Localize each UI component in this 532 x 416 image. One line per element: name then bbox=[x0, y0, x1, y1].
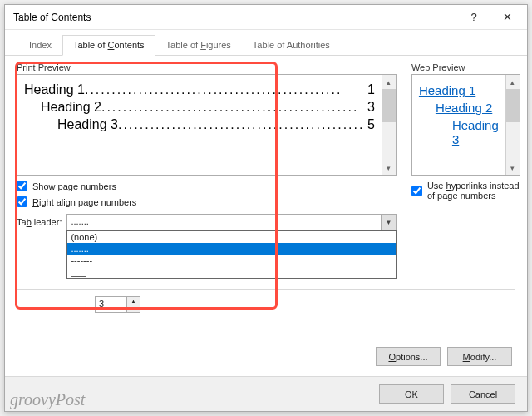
scroll-down-icon[interactable]: ▾ bbox=[382, 161, 396, 175]
tab-authorities[interactable]: Table of Authorities bbox=[242, 35, 341, 56]
web-toc-link[interactable]: Heading 3 bbox=[419, 118, 499, 146]
web-preview-column: Web Preview Heading 1 Heading 2 Heading … bbox=[411, 62, 520, 230]
tab-leader-option[interactable]: ___ bbox=[67, 266, 395, 278]
print-preview-box: Heading 1 ..............................… bbox=[17, 74, 397, 176]
toc-entry: Heading 2 ..............................… bbox=[24, 100, 375, 115]
content-area: Print Preview Heading 1 ................… bbox=[5, 56, 527, 313]
cancel-button[interactable]: Cancel bbox=[451, 384, 515, 404]
help-button[interactable]: ? bbox=[457, 6, 490, 29]
leader-dots: ........................................… bbox=[118, 117, 364, 132]
show-page-numbers-checkbox[interactable]: Show page numbers bbox=[17, 181, 397, 191]
tab-leader-row: Tab leader: ....... ▼ (none) ....... ---… bbox=[17, 214, 397, 230]
scroll-up-icon[interactable]: ▴ bbox=[382, 75, 396, 89]
spinner-up-icon[interactable]: ▲ bbox=[127, 297, 140, 305]
toc-dialog: Table of Contents ? ✕ Index Table of Con… bbox=[4, 4, 528, 412]
leader-dots: ........................................… bbox=[101, 100, 364, 115]
show-page-numbers-input[interactable] bbox=[17, 181, 27, 191]
spinner-down-icon[interactable]: ▼ bbox=[127, 305, 140, 312]
scroll-up-icon[interactable]: ▴ bbox=[506, 75, 520, 89]
scroll-thumb[interactable] bbox=[382, 89, 396, 122]
right-align-input[interactable] bbox=[17, 196, 27, 207]
divider bbox=[17, 289, 515, 290]
scrollbar[interactable]: ▴ ▾ bbox=[505, 75, 520, 175]
toc-entry: Heading 3 ..............................… bbox=[24, 117, 375, 132]
modify-button[interactable]: Modify... bbox=[447, 347, 512, 366]
tab-index[interactable]: Index bbox=[18, 35, 62, 56]
tab-toc[interactable]: Table of Contents bbox=[62, 35, 155, 56]
scroll-down-icon[interactable]: ▾ bbox=[506, 161, 520, 175]
leader-dots: ........................................… bbox=[85, 82, 364, 97]
options-button[interactable]: Options... bbox=[376, 347, 441, 366]
close-button[interactable]: ✕ bbox=[490, 6, 524, 29]
toc-entry: Heading 1 ..............................… bbox=[24, 82, 375, 97]
web-toc-link[interactable]: Heading 2 bbox=[419, 101, 499, 115]
show-levels-spinner[interactable]: 3 ▲ ▼ bbox=[95, 296, 140, 313]
tab-strip: Index Table of Contents Table of Figures… bbox=[5, 30, 527, 56]
options-modify-row: Options... Modify... bbox=[376, 347, 512, 366]
dialog-title: Table of Contents bbox=[13, 12, 457, 23]
general-section: x 3 ▲ ▼ bbox=[17, 296, 515, 313]
chevron-down-icon[interactable]: ▼ bbox=[381, 215, 396, 230]
web-preview-label: Web Preview bbox=[411, 62, 520, 72]
tab-leader-option[interactable]: ------- bbox=[67, 255, 395, 266]
tab-leader-option[interactable]: (none) bbox=[67, 231, 395, 243]
print-preview-column: Print Preview Heading 1 ................… bbox=[17, 62, 397, 230]
scroll-thumb[interactable] bbox=[506, 89, 520, 122]
print-preview-label: Print Preview bbox=[17, 62, 397, 72]
dialog-footer: OK Cancel bbox=[5, 376, 527, 411]
use-hyperlinks-checkbox[interactable]: Use hyperlinks instead of page numbers bbox=[411, 181, 520, 201]
tab-figures[interactable]: Table of Figures bbox=[155, 35, 242, 56]
web-toc-link[interactable]: Heading 1 bbox=[419, 83, 499, 97]
right-align-checkbox[interactable]: Right align page numbers bbox=[17, 196, 397, 207]
scrollbar[interactable]: ▴ ▾ bbox=[382, 75, 396, 175]
tab-leader-dropdown[interactable]: ....... ▼ (none) ....... ------- ___ bbox=[66, 214, 396, 230]
show-levels-row: x 3 ▲ ▼ bbox=[17, 296, 515, 313]
tab-leader-option[interactable]: ....... bbox=[67, 243, 395, 255]
web-preview-box: Heading 1 Heading 2 Heading 3 ▴ ▾ bbox=[411, 74, 520, 176]
titlebar: Table of Contents ? ✕ bbox=[5, 5, 527, 30]
tab-leader-options-list: (none) ....... ------- ___ bbox=[66, 230, 396, 279]
use-hyperlinks-input[interactable] bbox=[411, 186, 422, 196]
ok-button[interactable]: OK bbox=[379, 384, 444, 404]
